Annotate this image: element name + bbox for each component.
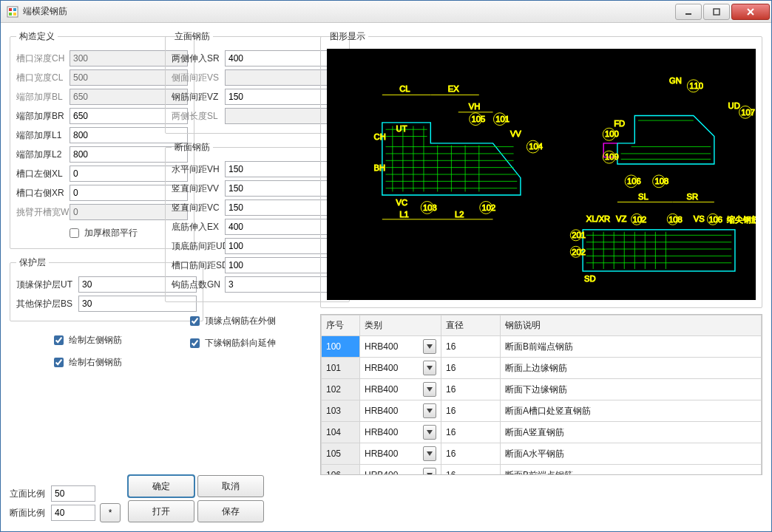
cell-type[interactable]: HRB400	[360, 358, 441, 379]
svg-text:SD: SD	[584, 274, 596, 283]
cell-desc[interactable]: 断面B前端点钢筋	[501, 465, 762, 475]
graph-canvas: CL EX VH CH BH UT VC L1 L2 105 101 VV	[327, 49, 756, 300]
check-thicken-parallel[interactable]	[70, 228, 79, 238]
svg-text:SL: SL	[638, 192, 649, 201]
table-row[interactable]: 100HRB40016断面B前端点钢筋	[322, 336, 762, 358]
cell-desc[interactable]: 断面上边缘钢筋	[501, 358, 762, 379]
table-row[interactable]: 106HRB40016断面B前端点钢筋	[322, 465, 762, 475]
cell-type[interactable]: HRB400	[360, 422, 441, 443]
svg-text:CL: CL	[399, 84, 410, 93]
label-VC: 竖直间距VC	[172, 202, 225, 214]
label-SR: 两侧伸入SR	[172, 52, 225, 65]
cell-desc[interactable]: 断面A槽口处竖直钢筋	[501, 400, 762, 422]
group-cover-legend: 保护层	[16, 256, 49, 269]
cell-type[interactable]: HRB400	[360, 336, 441, 358]
table-row[interactable]: 104HRB40016断面A竖直钢筋	[322, 422, 762, 443]
cell-dia[interactable]: 16	[441, 400, 501, 422]
chevron-down-icon[interactable]	[423, 361, 436, 375]
cell-desc[interactable]: 断面B前端点钢筋	[501, 336, 762, 358]
star-button[interactable]: *	[100, 503, 121, 522]
svg-text:XL/XR: XL/XR	[586, 214, 610, 223]
cell-dia[interactable]: 16	[441, 379, 501, 400]
cell-dia[interactable]: 16	[441, 336, 501, 358]
chevron-down-icon[interactable]	[423, 446, 436, 461]
cell-desc[interactable]: 断面A竖直钢筋	[501, 422, 762, 443]
svg-text:102: 102	[482, 203, 496, 212]
label-L1: 端部加厚L1	[16, 129, 70, 142]
svg-text:106: 106	[708, 215, 722, 224]
svg-text:CH: CH	[374, 132, 386, 141]
cell-type[interactable]: HRB400	[360, 465, 441, 475]
chevron-down-icon[interactable]	[423, 339, 436, 354]
check-thicken-parallel-label: 加厚根部平行	[84, 227, 138, 239]
col-dia[interactable]: 直径	[441, 316, 501, 336]
save-button[interactable]: 保存	[197, 500, 264, 522]
cell-type[interactable]: HRB400	[360, 379, 441, 400]
col-desc[interactable]: 钢筋说明	[501, 316, 762, 336]
check-top-outer-label: 顶缘点钢筋在外侧	[205, 315, 276, 327]
svg-text:202: 202	[572, 248, 586, 256]
svg-text:103: 103	[423, 203, 437, 212]
label-sect-ratio: 断面比例	[10, 507, 51, 519]
label-SD: 槽口筋间距SD	[172, 259, 225, 272]
chevron-down-icon[interactable]	[423, 403, 436, 418]
svg-text:101: 101	[495, 115, 509, 123]
open-button[interactable]: 打开	[128, 500, 194, 522]
label-BL: 端部加厚BL	[16, 91, 70, 103]
col-no[interactable]: 序号	[322, 316, 360, 336]
svg-text:105: 105	[472, 115, 486, 123]
svg-rect-6	[714, 9, 719, 15]
ok-button[interactable]: 确定	[128, 475, 194, 497]
cell-no[interactable]: 104	[322, 422, 360, 443]
check-draw-left[interactable]	[54, 335, 64, 345]
col-type[interactable]: 类别	[360, 316, 441, 336]
cell-no[interactable]: 100	[322, 336, 360, 358]
minimize-button[interactable]	[675, 4, 702, 20]
input-sect-ratio[interactable]	[51, 505, 95, 521]
close-button[interactable]	[731, 4, 770, 20]
check-draw-right[interactable]	[54, 358, 64, 367]
group-graph: 图形显示	[320, 30, 762, 308]
cancel-button[interactable]: 取消	[197, 475, 264, 497]
cell-dia[interactable]: 16	[441, 358, 501, 379]
group-structure-legend: 构造定义	[16, 30, 58, 43]
label-UT: 顶缘保护层UT	[16, 279, 78, 291]
label-VZ: 钢筋间距VZ	[172, 91, 225, 103]
svg-text:201: 201	[572, 231, 586, 239]
table-row[interactable]: 101HRB40016断面上边缘钢筋	[322, 358, 762, 379]
cell-desc[interactable]: 断面A水平钢筋	[501, 443, 762, 465]
cell-no[interactable]: 102	[322, 379, 360, 400]
svg-text:102: 102	[632, 215, 646, 224]
cell-desc[interactable]: 断面下边缘钢筋	[501, 379, 762, 400]
table-row[interactable]: 102HRB40016断面下边缘钢筋	[322, 379, 762, 400]
rebar-table-scroll[interactable]: 序号 类别 直径 钢筋说明 100HRB40016断面B前端点钢筋101HRB4…	[321, 315, 762, 474]
chevron-down-icon[interactable]	[423, 382, 436, 397]
cell-dia[interactable]: 16	[441, 465, 501, 475]
cell-dia[interactable]: 16	[441, 422, 501, 443]
label-elev-ratio: 立面比例	[10, 488, 51, 500]
chevron-down-icon[interactable]	[423, 425, 436, 440]
cell-no[interactable]: 106	[322, 465, 360, 475]
check-draw-right-label: 绘制右侧钢筋	[69, 356, 122, 369]
cell-no[interactable]: 103	[322, 400, 360, 422]
cell-dia[interactable]: 16	[441, 443, 501, 465]
cell-no[interactable]: 105	[322, 443, 360, 465]
cell-type[interactable]: HRB400	[360, 400, 441, 422]
maximize-button[interactable]	[703, 4, 730, 20]
label-CL: 槽口宽度CL	[16, 72, 70, 84]
svg-text:VH: VH	[469, 102, 481, 111]
label-VS: 侧面间距VS	[172, 72, 225, 84]
svg-text:110: 110	[689, 81, 703, 90]
check-top-outer[interactable]	[190, 316, 200, 326]
table-row[interactable]: 103HRB40016断面A槽口处竖直钢筋	[322, 400, 762, 422]
chevron-down-icon[interactable]	[423, 468, 436, 474]
check-lower-slant[interactable]	[190, 338, 200, 348]
table-row[interactable]: 105HRB40016断面A水平钢筋	[322, 443, 762, 465]
cell-no[interactable]: 101	[322, 358, 360, 379]
input-elev-ratio[interactable]	[51, 485, 95, 502]
mid-checks: 顶缘点钢筋在外侧 下缘钢筋斜向延伸	[165, 313, 313, 351]
cell-type[interactable]: HRB400	[360, 443, 441, 465]
titlebar: 端横梁钢筋	[1, 1, 771, 23]
svg-text:VZ: VZ	[616, 214, 626, 223]
check-lower-slant-label: 下缘钢筋斜向延伸	[205, 337, 276, 349]
